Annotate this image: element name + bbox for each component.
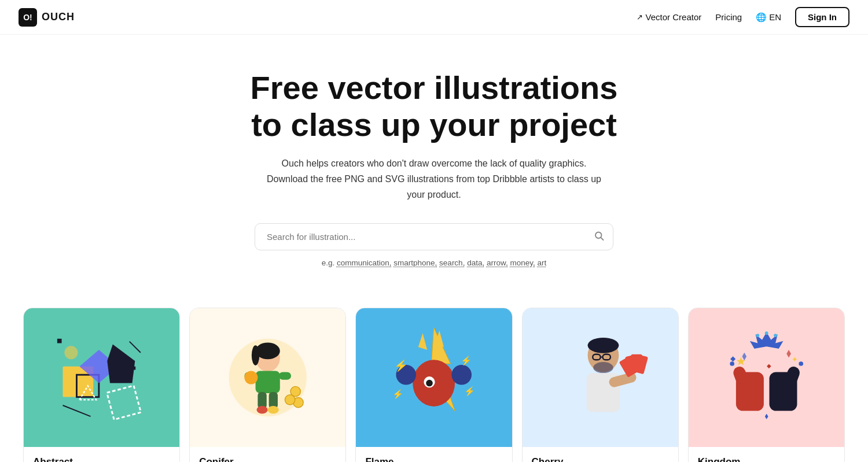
tag-search[interactable]: search, bbox=[439, 258, 465, 267]
signin-button[interactable]: Sign In bbox=[795, 7, 849, 27]
card-abstract-title: Abstract bbox=[33, 456, 170, 462]
cards-section: Abstract 1157 illustrations bbox=[0, 290, 868, 462]
card-kingdom-info: Kingdom 945 illustrations bbox=[689, 447, 844, 462]
svg-rect-11 bbox=[132, 367, 135, 370]
svg-text:⚡: ⚡ bbox=[461, 355, 472, 366]
svg-line-9 bbox=[130, 342, 141, 353]
tag-communication[interactable]: communication, bbox=[337, 258, 392, 267]
card-flame-info: Flame 890 illustrations bbox=[356, 447, 512, 462]
main-nav: ↗ Vector Creator Pricing 🌐 EN Sign In bbox=[637, 7, 849, 27]
svg-point-31 bbox=[426, 380, 433, 387]
svg-point-55 bbox=[774, 334, 777, 338]
search-button[interactable] bbox=[594, 230, 604, 243]
svg-point-7 bbox=[64, 346, 78, 360]
flame-illustration: ⚡ ⚡ ⚡ ⚡ bbox=[372, 322, 496, 433]
card-flame[interactable]: ⚡ ⚡ ⚡ ⚡ Flame 890 illustrations bbox=[355, 308, 512, 462]
abstract-illustration bbox=[39, 322, 164, 433]
vector-creator-link[interactable]: ↗ Vector Creator bbox=[637, 12, 702, 22]
conifer-illustration bbox=[205, 322, 330, 433]
hero-section: Free vector illustrations to class up yo… bbox=[0, 35, 868, 290]
card-conifer[interactable]: Conifer 10 illustrations bbox=[189, 308, 346, 462]
card-conifer-title: Conifer bbox=[199, 456, 336, 462]
cherry-illustration bbox=[538, 322, 663, 433]
card-kingdom[interactable]: ✦ ◆ ◆ Kingdom 945 illustrations bbox=[688, 308, 845, 462]
svg-point-54 bbox=[765, 332, 768, 335]
header: O! OUCH ↗ Vector Creator Pricing 🌐 EN Si… bbox=[0, 0, 868, 35]
globe-icon: 🌐 bbox=[756, 12, 767, 23]
svg-rect-17 bbox=[256, 371, 280, 393]
card-conifer-image bbox=[190, 308, 345, 447]
svg-marker-38 bbox=[418, 334, 427, 350]
svg-point-33 bbox=[452, 365, 472, 385]
search-input[interactable] bbox=[255, 223, 613, 250]
search-container bbox=[255, 223, 613, 250]
cards-grid: Abstract 1157 illustrations bbox=[23, 308, 845, 462]
card-abstract-image bbox=[24, 308, 179, 447]
svg-line-8 bbox=[62, 405, 90, 416]
card-cherry[interactable]: Cherry 630 illustrations bbox=[522, 308, 679, 462]
card-conifer-info: Conifer 10 illustrations bbox=[190, 447, 345, 462]
logo-text: OUCH bbox=[42, 11, 75, 23]
svg-text:⚡: ⚡ bbox=[394, 359, 408, 372]
svg-point-45 bbox=[593, 362, 613, 373]
svg-line-1 bbox=[601, 238, 603, 240]
svg-point-41 bbox=[587, 338, 619, 353]
svg-point-16 bbox=[252, 346, 259, 366]
svg-marker-67 bbox=[786, 350, 791, 357]
svg-rect-10 bbox=[57, 339, 62, 343]
search-icon bbox=[594, 230, 604, 241]
card-kingdom-image: ✦ ◆ ◆ bbox=[689, 308, 844, 447]
svg-text:⚡: ⚡ bbox=[465, 386, 476, 397]
tag-smartphone[interactable]: smartphone, bbox=[393, 258, 437, 267]
svg-point-27 bbox=[285, 395, 295, 405]
pricing-link[interactable]: Pricing bbox=[715, 12, 742, 22]
search-suggestions: e.g. communication, smartphone, search, … bbox=[12, 258, 856, 267]
kingdom-illustration: ✦ ◆ ◆ bbox=[704, 322, 829, 433]
logo-icon: O! bbox=[19, 8, 37, 27]
svg-point-61 bbox=[799, 362, 803, 367]
tag-arrow[interactable]: arrow, bbox=[487, 258, 508, 267]
svg-text:◆: ◆ bbox=[730, 356, 736, 363]
tag-data[interactable]: data, bbox=[467, 258, 484, 267]
svg-rect-6 bbox=[107, 386, 141, 420]
svg-rect-19 bbox=[279, 372, 291, 380]
card-abstract-info: Abstract 1157 illustrations bbox=[24, 447, 179, 462]
card-cherry-title: Cherry bbox=[532, 456, 669, 462]
svg-text:✦: ✦ bbox=[792, 355, 798, 364]
svg-point-20 bbox=[244, 371, 258, 385]
hero-title: Free vector illustrations to class up yo… bbox=[231, 69, 637, 144]
card-cherry-image bbox=[523, 308, 678, 447]
svg-point-23 bbox=[257, 406, 268, 413]
logo[interactable]: O! OUCH bbox=[19, 8, 75, 27]
card-kingdom-title: Kingdom bbox=[698, 456, 835, 462]
svg-point-24 bbox=[268, 406, 279, 413]
svg-text:⚡: ⚡ bbox=[392, 389, 404, 400]
card-flame-title: Flame bbox=[365, 456, 502, 462]
svg-text:◆: ◆ bbox=[766, 363, 771, 369]
tag-art[interactable]: art bbox=[538, 258, 547, 267]
language-selector[interactable]: 🌐 EN bbox=[756, 12, 781, 23]
tag-money[interactable]: money, bbox=[510, 258, 535, 267]
card-abstract[interactable]: Abstract 1157 illustrations bbox=[23, 308, 180, 462]
card-cherry-info: Cherry 630 illustrations bbox=[523, 447, 678, 462]
svg-point-60 bbox=[730, 362, 734, 367]
external-link-icon: ↗ bbox=[637, 13, 643, 21]
svg-marker-68 bbox=[765, 414, 768, 420]
card-flame-image: ⚡ ⚡ ⚡ ⚡ bbox=[356, 308, 512, 447]
hero-description: Ouch helps creators who don't draw overc… bbox=[266, 156, 602, 203]
svg-marker-66 bbox=[742, 353, 746, 360]
svg-point-53 bbox=[756, 334, 759, 338]
svg-marker-5 bbox=[107, 345, 135, 383]
